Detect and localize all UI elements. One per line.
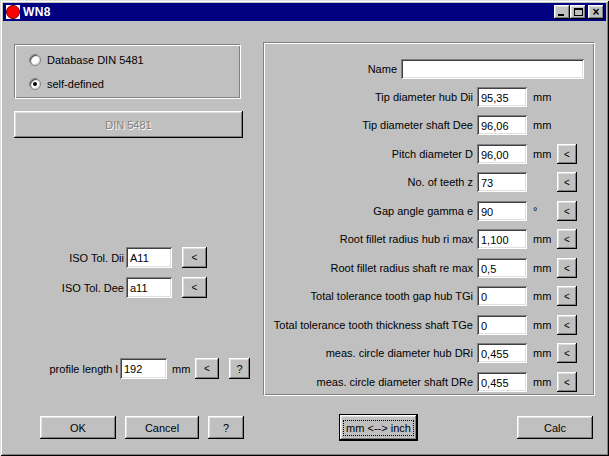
value-input[interactable] [477, 87, 527, 107]
titlebar[interactable]: WN8 × [3, 3, 606, 21]
radio-database-din5481[interactable]: Database DIN 5481 [29, 53, 144, 66]
minimize-button[interactable] [554, 5, 570, 19]
field-label: meas. circle diameter shaft DRe [268, 376, 473, 388]
field-label: Gap angle gamma e [268, 205, 473, 217]
iso-tol-dee-label: ISO Tol. Dee [14, 282, 124, 294]
unit-label: mm [533, 119, 555, 131]
field-label: Total tolerance tooth gap hub TGi [268, 290, 473, 302]
recall-value-button[interactable]: < [557, 343, 577, 363]
radio-label[interactable]: Database DIN 5481 [47, 54, 144, 66]
unit-label: mm [533, 290, 555, 302]
maximize-button[interactable] [570, 5, 586, 19]
value-input[interactable] [477, 144, 527, 164]
close-button[interactable]: × [588, 5, 604, 19]
profile-length-label: profile length l [14, 363, 118, 375]
field-label: No. of teeth z [268, 176, 473, 188]
field-label: meas. circle diameter hub DRi [268, 347, 473, 359]
recall-value-button[interactable]: < [557, 372, 577, 392]
parameter-row: meas. circle diameter hub DRi mm < [268, 343, 577, 363]
value-input[interactable] [477, 229, 527, 249]
value-input[interactable] [477, 115, 527, 135]
value-input[interactable] [477, 172, 527, 192]
recall-value-button[interactable]: < [557, 286, 577, 306]
value-input[interactable] [477, 258, 527, 278]
value-input[interactable] [477, 343, 527, 363]
recall-value-button[interactable]: < [557, 201, 577, 221]
value-input[interactable] [477, 286, 527, 306]
unit-label: mm [533, 262, 555, 274]
mm-inch-toggle-label: mm <--> inch [343, 420, 414, 436]
value-input[interactable] [477, 372, 527, 392]
radio-indicator[interactable] [29, 54, 41, 66]
parameter-row: Root fillet radius shaft re max mm < [268, 258, 577, 278]
iso-tol-dii-input[interactable] [126, 247, 172, 268]
value-input[interactable] [477, 201, 527, 221]
minimize-icon [558, 14, 564, 16]
din5481-button: DIN 5481 [14, 111, 243, 138]
ok-button[interactable]: OK [40, 416, 116, 439]
profile-length-row: profile length l mm < ? [14, 358, 250, 379]
parameter-row: Name [268, 59, 577, 79]
parameter-row: No. of teeth z < [268, 172, 577, 192]
unit-label: mm [533, 148, 555, 160]
window-controls: × [554, 5, 604, 19]
radio-dot [33, 82, 37, 86]
field-label: Total tolerance tooth thickness shaft TG… [268, 319, 473, 331]
field-label: Tip diameter hub Dii [268, 91, 473, 103]
field-label: Tip diameter shaft Dee [268, 119, 473, 131]
profile-length-help-button[interactable]: ? [229, 358, 250, 379]
recall-value-button[interactable]: < [557, 229, 577, 249]
cancel-button[interactable]: Cancel [125, 416, 199, 439]
parameter-row: Tip diameter hub Dii mm [268, 87, 577, 107]
field-label: Name [268, 63, 397, 75]
mm-inch-toggle-button[interactable]: mm <--> inch [340, 415, 417, 440]
parameter-row: Total tolerance tooth thickness shaft TG… [268, 315, 577, 335]
recall-value-button[interactable]: < [557, 258, 577, 278]
iso-tol-dee-input[interactable] [126, 277, 172, 298]
radio-label[interactable]: self-defined [47, 78, 104, 90]
parameter-row: Gap angle gamma e ° < [268, 201, 577, 221]
app-icon[interactable] [6, 5, 20, 19]
iso-tol-dee-recall-button[interactable]: < [182, 277, 207, 298]
unit-label: mm [533, 319, 555, 331]
unit-label: ° [533, 205, 555, 217]
field-label: Root fillet radius shaft re max [268, 262, 473, 274]
recall-value-button[interactable]: < [557, 315, 577, 335]
iso-tol-dee-row: ISO Tol. Dee < [14, 277, 207, 298]
parameter-row: Pitch diameter D mm < [268, 144, 577, 164]
profile-length-unit: mm [172, 363, 194, 375]
recall-value-button[interactable]: < [557, 172, 577, 192]
value-input[interactable] [477, 315, 527, 335]
window-title: WN8 [23, 5, 51, 19]
iso-tol-dii-row: ISO Tol. Dii < [14, 247, 207, 268]
radio-dot [33, 58, 37, 62]
help-button[interactable]: ? [208, 416, 244, 439]
unit-label: mm [533, 347, 555, 359]
parameter-row: Root fillet radius hub ri max mm < [268, 229, 577, 249]
data-source-groupbox: Database DIN 5481 self-defined [14, 44, 240, 98]
field-label: Root fillet radius hub ri max [268, 233, 473, 245]
maximize-icon [574, 8, 583, 16]
value-input[interactable] [401, 59, 584, 79]
parameter-row: Total tolerance tooth gap hub TGi mm < [268, 286, 577, 306]
iso-tol-dii-recall-button[interactable]: < [182, 247, 207, 268]
profile-length-input[interactable] [120, 358, 167, 379]
unit-label: mm [533, 376, 555, 388]
radio-indicator[interactable] [29, 78, 41, 90]
field-label: Pitch diameter D [268, 148, 473, 160]
radio-self-defined[interactable]: self-defined [29, 77, 104, 90]
unit-label: mm [533, 91, 555, 103]
calc-button[interactable]: Calc [517, 416, 593, 439]
parameter-row: meas. circle diameter shaft DRe mm < [268, 372, 577, 392]
parameter-row: Tip diameter shaft Dee mm [268, 115, 577, 135]
iso-tol-dii-label: ISO Tol. Dii [14, 252, 124, 264]
unit-label: mm [533, 233, 555, 245]
profile-length-recall-button[interactable]: < [195, 358, 219, 379]
recall-value-button[interactable]: < [557, 144, 577, 164]
wn8-dialog-window: WN8 × Database DIN 5481 self-defined DIN… [0, 0, 609, 456]
